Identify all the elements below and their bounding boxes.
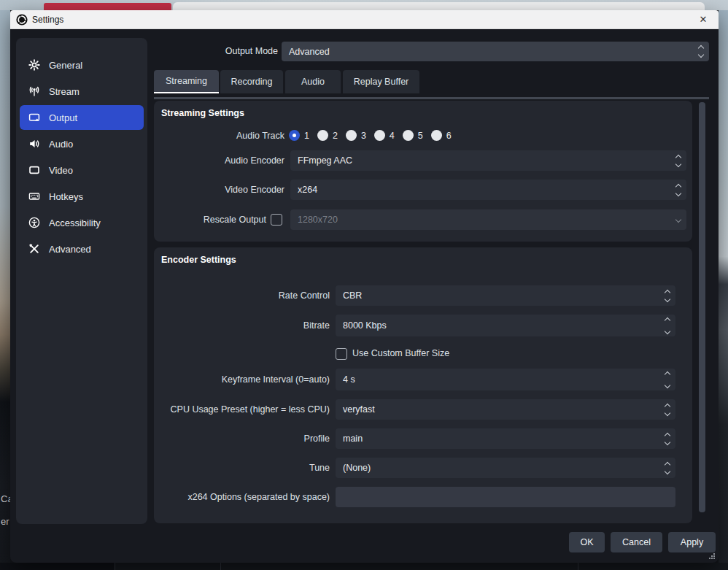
custom-buffer-checkbox[interactable]: [336, 348, 347, 360]
radio-track-3[interactable]: 3: [346, 130, 366, 141]
rescale-resolution-select[interactable]: 1280x720: [290, 209, 686, 230]
combo-spinner[interactable]: [670, 150, 686, 171]
combo-spinner[interactable]: [659, 285, 675, 306]
rescale-output-checkbox[interactable]: [271, 214, 282, 226]
output-icon: [28, 112, 40, 123]
combo-spinner[interactable]: [659, 428, 675, 449]
radio-track-6[interactable]: 6: [431, 130, 452, 141]
tab-label: Recording: [231, 77, 273, 87]
spinbox-arrows[interactable]: [659, 369, 675, 390]
tab-divider: [154, 97, 709, 99]
spinbox-arrows[interactable]: [659, 315, 675, 336]
radio-track-5[interactable]: 5: [403, 130, 423, 141]
combo-spinner[interactable]: [670, 180, 686, 200]
sidebar-item-audio[interactable]: Audio: [20, 131, 144, 156]
section-title: Streaming Settings: [161, 108, 244, 118]
sidebar-item-label: Output: [49, 112, 77, 123]
sidebar-item-label: Stream: [49, 86, 80, 97]
antenna-icon: [28, 85, 40, 97]
sidebar-item-hotkeys[interactable]: Hotkeys: [20, 184, 144, 209]
combo-spinner[interactable]: [659, 399, 675, 420]
combo-spinner[interactable]: [659, 458, 675, 478]
x264-options-label: x264 Options (separated by space): [187, 487, 330, 507]
rescale-resolution-value: 1280x720: [290, 215, 670, 225]
background-divider: [220, 563, 221, 570]
output-mode-select[interactable]: Advanced: [282, 42, 709, 61]
radio[interactable]: [403, 130, 414, 141]
radio[interactable]: [346, 130, 357, 141]
apply-button[interactable]: Apply: [668, 532, 716, 552]
radio-track-1[interactable]: 1: [289, 130, 309, 141]
rate-control-value: CBR: [336, 290, 659, 301]
audio-encoder-select[interactable]: FFmpeg AAC: [290, 150, 686, 171]
monitor-icon: [28, 164, 40, 176]
titlebar[interactable]: Settings ✕: [10, 10, 719, 29]
radio-label: 4: [390, 131, 395, 141]
radio-label: 3: [361, 131, 366, 141]
sidebar-item-output[interactable]: Output: [20, 105, 144, 130]
cpu-preset-value: veryfast: [336, 404, 659, 415]
sidebar-item-label: General: [49, 60, 82, 71]
sidebar-item-label: Accessibility: [49, 217, 101, 228]
combo-dropdown-arrow[interactable]: [670, 209, 686, 230]
tune-select[interactable]: (None): [336, 458, 675, 478]
radio-label: 2: [333, 131, 338, 141]
combo-spinner[interactable]: [693, 42, 709, 61]
radio[interactable]: [317, 130, 328, 141]
radio-track-2[interactable]: 2: [317, 130, 338, 141]
cpu-preset-select[interactable]: veryfast: [336, 399, 675, 420]
radio-track-4[interactable]: 4: [374, 130, 395, 141]
ok-button[interactable]: OK: [569, 532, 605, 552]
radio-label: 6: [446, 131, 452, 141]
streaming-settings-panel: Streaming Settings Audio Track 1 2 3 4 5…: [154, 101, 692, 242]
obs-logo-icon: [16, 14, 28, 26]
keyframe-interval-spinbox[interactable]: 4 s: [336, 369, 675, 390]
cancel-button[interactable]: Cancel: [611, 532, 662, 552]
background-text-fragment: er: [1, 516, 9, 527]
rate-control-select[interactable]: CBR: [336, 285, 675, 306]
profile-select[interactable]: main: [336, 428, 675, 449]
sidebar-item-accessibility[interactable]: Accessibility: [20, 210, 144, 235]
sidebar-item-label: Audio: [49, 139, 73, 150]
close-icon[interactable]: ✕: [694, 10, 713, 29]
keyframe-interval-value: 4 s: [336, 374, 659, 385]
audio-encoder-label: Audio Encoder: [225, 150, 284, 171]
keyframe-interval-label: Keyframe Interval (0=auto): [222, 369, 330, 390]
sidebar-item-stream[interactable]: Stream: [20, 79, 144, 104]
radio[interactable]: [431, 130, 442, 141]
tools-icon: [28, 243, 40, 255]
audio-encoder-value: FFmpeg AAC: [290, 155, 670, 166]
tab-audio[interactable]: Audio: [285, 70, 341, 93]
sidebar-item-general[interactable]: General: [20, 53, 144, 77]
accessibility-icon: [28, 217, 40, 228]
resize-grip[interactable]: [708, 552, 715, 559]
tab-recording[interactable]: Recording: [220, 70, 283, 93]
radio[interactable]: [374, 130, 385, 141]
sidebar-item-video[interactable]: Video: [20, 158, 144, 182]
custom-buffer-label: Use Custom Buffer Size: [352, 343, 449, 363]
background-dark-block: [0, 563, 115, 570]
radio-label: 1: [304, 131, 309, 141]
vertical-scrollbar[interactable]: [699, 102, 705, 512]
gear-icon: [28, 59, 40, 71]
radio-selected[interactable]: [289, 130, 300, 141]
keyboard-icon: [28, 190, 40, 202]
sidebar-item-advanced[interactable]: Advanced: [20, 236, 144, 261]
tab-streaming[interactable]: Streaming: [154, 70, 219, 93]
settings-sidebar: General Stream Output: [16, 38, 147, 524]
window-title: Settings: [32, 10, 63, 29]
cpu-preset-label: CPU Usage Preset (higher = less CPU): [171, 399, 330, 420]
profile-value: main: [336, 434, 659, 444]
rate-control-label: Rate Control: [279, 285, 330, 306]
background-red-bar: [44, 3, 171, 10]
background-window-edge: [173, 2, 705, 10]
desktop-background-right: [719, 10, 728, 570]
section-title: Encoder Settings: [161, 255, 236, 265]
bitrate-spinbox[interactable]: 8000 Kbps: [336, 315, 675, 336]
speaker-icon: [28, 138, 40, 150]
profile-label: Profile: [304, 428, 330, 449]
output-mode-label: Output Mode: [225, 41, 278, 61]
x264-options-input[interactable]: [336, 487, 675, 507]
video-encoder-select[interactable]: x264: [290, 180, 686, 200]
tab-replay-buffer[interactable]: Replay Buffer: [343, 70, 419, 93]
